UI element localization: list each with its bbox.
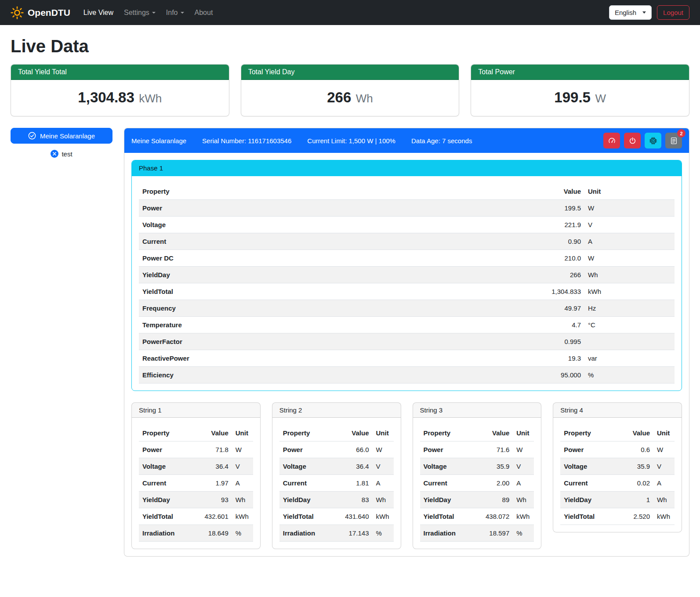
table-row: PowerFactor 0.995 bbox=[139, 333, 675, 350]
total-yield-day-card: Total Yield Day 266 Wh bbox=[241, 64, 460, 116]
inverter-card: Meine Solaranlage Serial Number: 1161716… bbox=[124, 128, 689, 557]
column-unit: Unit bbox=[584, 183, 675, 200]
table-row: YieldTotal 432.601 kWh bbox=[139, 508, 253, 525]
unit-cell: V bbox=[513, 458, 534, 475]
card-unit: W bbox=[595, 92, 606, 105]
column-property: Property bbox=[279, 425, 332, 441]
table-row: YieldTotal 2.520 kWh bbox=[560, 508, 675, 525]
value-cell: 438.072 bbox=[472, 508, 513, 525]
property-cell: Power bbox=[279, 441, 332, 458]
card-value: 199.5 bbox=[554, 89, 591, 105]
value-cell: 17.143 bbox=[331, 525, 372, 542]
language-select[interactable]: English bbox=[609, 5, 652, 20]
event-log-button[interactable]: 2 bbox=[665, 133, 682, 148]
nav-item-live-view[interactable]: Live View bbox=[78, 5, 119, 20]
property-cell: Efficiency bbox=[139, 367, 405, 384]
table-row: YieldDay 83 Wh bbox=[279, 492, 394, 508]
card-value: 266 bbox=[327, 89, 351, 105]
column-value: Value bbox=[472, 425, 513, 441]
property-cell: Voltage bbox=[139, 458, 191, 475]
page-container: Live Data Total Yield Total 1,304.83 kWh… bbox=[0, 25, 700, 569]
value-cell: 221.9 bbox=[405, 217, 584, 233]
value-cell: 4.7 bbox=[405, 317, 584, 333]
value-cell: 95.000 bbox=[405, 367, 584, 384]
unit-cell: Wh bbox=[513, 492, 534, 508]
card-title: Total Power bbox=[471, 65, 689, 80]
table-row: Irradiation 18.597 % bbox=[420, 525, 534, 542]
value-cell: 431.640 bbox=[331, 508, 372, 525]
logout-button[interactable]: Logout bbox=[657, 5, 689, 20]
property-cell: YieldDay bbox=[420, 492, 472, 508]
navbar: OpenDTU Live View Settings Info About En… bbox=[0, 0, 700, 25]
value-cell: 71.8 bbox=[191, 441, 232, 458]
property-cell: YieldDay bbox=[139, 492, 191, 508]
device-info-button[interactable] bbox=[645, 133, 661, 148]
table-row: Current 0.90 A bbox=[139, 233, 675, 250]
unit-cell: kWh bbox=[373, 508, 394, 525]
string-2-card: String 2 Property Value Unit bbox=[272, 402, 401, 549]
property-cell: YieldTotal bbox=[279, 508, 332, 525]
table-header-row: Property Value Unit bbox=[139, 183, 675, 200]
property-cell: Power bbox=[560, 441, 617, 458]
limit-settings-button[interactable] bbox=[603, 133, 620, 148]
nav-item-settings[interactable]: Settings bbox=[119, 5, 161, 20]
table-row: Voltage 35.9 V bbox=[560, 458, 675, 475]
table-row: Temperature 4.7 °C bbox=[139, 317, 675, 333]
table-row: Current 2.00 A bbox=[420, 475, 534, 492]
card-title: Total Yield Day bbox=[241, 65, 459, 80]
table-row: Voltage 36.4 V bbox=[279, 458, 394, 475]
inverter-select-test-button[interactable]: test bbox=[11, 149, 112, 158]
column-unit: Unit bbox=[513, 425, 534, 441]
main-row: Meine Solaranlage test Meine Solaranlage… bbox=[11, 128, 689, 557]
unit-cell: V bbox=[232, 458, 253, 475]
unit-cell bbox=[584, 333, 675, 350]
value-cell: 210.0 bbox=[405, 250, 584, 267]
property-cell: Irradiation bbox=[279, 525, 332, 542]
value-cell: 89 bbox=[472, 492, 513, 508]
value-cell: 199.5 bbox=[405, 200, 584, 217]
string-body: Property Value Unit Power bbox=[553, 418, 682, 532]
table-row: Power 199.5 W bbox=[139, 200, 675, 217]
table-row: Power 71.8 W bbox=[139, 441, 253, 458]
string-body: Property Value Unit Power bbox=[413, 418, 541, 549]
card-unit: kWh bbox=[139, 92, 162, 105]
property-cell: Power bbox=[139, 441, 191, 458]
unit-cell: Wh bbox=[232, 492, 253, 508]
column-property: Property bbox=[139, 183, 405, 200]
card-body: 266 Wh bbox=[241, 80, 459, 116]
value-cell: 71.6 bbox=[472, 441, 513, 458]
property-cell: YieldDay bbox=[139, 267, 405, 283]
table-row: Voltage 35.9 V bbox=[420, 458, 534, 475]
table-row: YieldTotal 1,304.833 kWh bbox=[139, 283, 675, 300]
table-row: Efficiency 95.000 % bbox=[139, 367, 675, 384]
strings-row: String 1 Property Value Unit bbox=[131, 402, 682, 549]
nav-item-settings-label: Settings bbox=[124, 9, 149, 16]
column-value: Value bbox=[191, 425, 232, 441]
nav-item-about[interactable]: About bbox=[189, 5, 218, 20]
brand[interactable]: OpenDTU bbox=[11, 6, 70, 19]
unit-cell: V bbox=[584, 217, 675, 233]
property-cell: Irradiation bbox=[420, 525, 472, 542]
unit-cell: °C bbox=[584, 317, 675, 333]
column-unit: Unit bbox=[232, 425, 253, 441]
unit-cell: % bbox=[584, 367, 675, 384]
value-cell: 0.90 bbox=[405, 233, 584, 250]
check-circle-icon bbox=[28, 132, 36, 140]
column-property: Property bbox=[139, 425, 191, 441]
nav-item-info[interactable]: Info bbox=[161, 5, 189, 20]
value-cell: 36.4 bbox=[331, 458, 372, 475]
chevron-down-icon bbox=[152, 12, 156, 14]
unit-cell: % bbox=[232, 525, 253, 542]
nav-links: Live View Settings Info About bbox=[78, 5, 609, 20]
unit-cell: % bbox=[513, 525, 534, 542]
inverter-select-test-label: test bbox=[62, 150, 72, 158]
navbar-right: English Logout bbox=[609, 5, 689, 20]
table-row: Current 0.02 A bbox=[560, 475, 675, 492]
string-table: Property Value Unit Power bbox=[279, 425, 394, 542]
value-cell: 1.81 bbox=[331, 475, 372, 492]
inverter-select-active-button[interactable]: Meine Solaranlage bbox=[11, 128, 112, 144]
unit-cell: A bbox=[584, 233, 675, 250]
unit-cell: W bbox=[653, 441, 675, 458]
power-toggle-button[interactable] bbox=[624, 133, 641, 148]
value-cell: 36.4 bbox=[191, 458, 232, 475]
